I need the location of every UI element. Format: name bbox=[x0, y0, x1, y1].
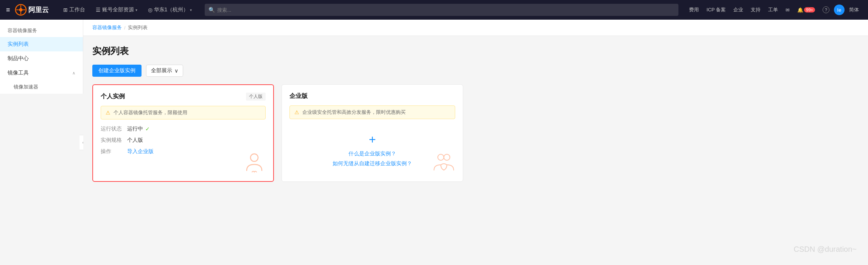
personal-card-header: 个人实例 个人版 bbox=[101, 93, 266, 101]
personal-notice: ⚠ 个人容器镜像托管服务，限额使用 bbox=[101, 106, 266, 119]
svg-point-3 bbox=[444, 154, 450, 160]
top-navigation: ≡ 阿里云 ⊞ 工作台 ☰ 账号全部资源 ▾ ◎ 华东1（杭州） ▾ 🔍 bbox=[0, 0, 868, 20]
enterprise-card-title: 企业版 bbox=[289, 92, 308, 100]
bell-icon: 🔔 bbox=[797, 7, 803, 13]
personal-notice-icon: ⚠ bbox=[106, 110, 110, 116]
ops-label: 操作 bbox=[101, 148, 127, 155]
question-icon: ? bbox=[823, 6, 829, 13]
menu-icon[interactable]: ≡ bbox=[6, 6, 10, 14]
show-all-dropdown[interactable]: 全部展示 ∨ bbox=[146, 65, 183, 77]
top-right-actions: 费用 ICP 备案 企业 支持 工单 ✉ 🔔 99+ ? Ie 简体 bbox=[686, 0, 862, 20]
breadcrumb-service[interactable]: 容器镜像服务 bbox=[92, 24, 122, 31]
sidebar-item-instance-label: 实例列表 bbox=[8, 41, 29, 48]
search-bar[interactable]: 🔍 bbox=[205, 4, 678, 16]
status-label: 运行状态 bbox=[101, 126, 127, 132]
personal-card-title: 个人实例 bbox=[101, 93, 125, 101]
support-link[interactable]: 支持 bbox=[748, 0, 764, 20]
dropdown-chevron-icon: ∨ bbox=[174, 68, 178, 74]
page-title: 实例列表 bbox=[92, 45, 859, 57]
sidebar-service-title: 容器镜像服务 bbox=[0, 23, 83, 37]
user-avatar[interactable]: Ie bbox=[834, 5, 845, 15]
language-switch[interactable]: 简体 bbox=[846, 0, 862, 20]
nav-account-label: 账号全部资源 bbox=[102, 6, 134, 13]
sidebar-item-product-center[interactable]: 制品中心 bbox=[0, 51, 83, 66]
account-icon: ☰ bbox=[96, 7, 101, 13]
enterprise-card-header: 企业版 bbox=[289, 92, 455, 100]
enterprise-notice: ⚠ 企业级安全托管和高效分发服务，限时优惠购买 bbox=[289, 105, 455, 119]
nav-workbench-label: 工作台 bbox=[69, 6, 85, 13]
enterprise-link[interactable]: 企业 bbox=[730, 0, 746, 20]
search-icon: 🔍 bbox=[208, 7, 215, 13]
nav-region-label: 华东1（杭州） bbox=[154, 6, 189, 13]
running-status-icon: ✓ bbox=[145, 126, 150, 132]
status-value: 运行中 ✓ bbox=[127, 126, 150, 132]
spec-label: 实例规格 bbox=[101, 137, 127, 144]
toolbar: 创建企业版实例 全部展示 ∨ bbox=[92, 65, 859, 77]
region-chevron-icon: ▾ bbox=[190, 8, 192, 12]
main-layout: 容器镜像服务 实例列表 制品中心 镜像工具 ∧ 镜像加速器 ‹ 容器镜像服务 / bbox=[0, 20, 868, 265]
personal-status-row: 运行状态 运行中 ✓ bbox=[101, 126, 266, 132]
sidebar-item-product-label: 制品中心 bbox=[8, 55, 29, 62]
sidebar-item-mirror-accelerator[interactable]: 镜像加速器 bbox=[0, 80, 83, 94]
workorder-link[interactable]: 工单 bbox=[765, 0, 781, 20]
nav-links: ⊞ 工作台 ☰ 账号全部资源 ▾ ◎ 华东1（杭州） ▾ bbox=[58, 0, 198, 20]
logo-text: 阿里云 bbox=[28, 5, 49, 14]
region-icon: ◎ bbox=[148, 7, 152, 13]
breadcrumb: 容器镜像服务 / 实例列表 bbox=[83, 20, 868, 36]
bell-button[interactable]: 🔔 99+ bbox=[794, 0, 818, 20]
sidebar-wrapper: 容器镜像服务 实例列表 制品中心 镜像工具 ∧ 镜像加速器 ‹ bbox=[0, 20, 83, 265]
import-enterprise-link[interactable]: 导入企业版 bbox=[127, 148, 154, 155]
logo[interactable]: 阿里云 bbox=[15, 4, 49, 16]
search-input[interactable] bbox=[217, 7, 675, 13]
cost-link[interactable]: 费用 bbox=[686, 0, 702, 20]
enterprise-notice-text: 企业级安全托管和高效分发服务，限时优惠购买 bbox=[302, 109, 406, 116]
svg-point-1 bbox=[250, 154, 258, 161]
account-chevron-icon: ▾ bbox=[135, 8, 137, 12]
breadcrumb-separator: / bbox=[124, 25, 126, 31]
enterprise-notice-icon: ⚠ bbox=[294, 109, 299, 115]
migrate-enterprise-link[interactable]: 如何无缝从自建迁移企业版实例？ bbox=[333, 160, 412, 167]
what-is-enterprise-link[interactable]: 什么是企业版实例？ bbox=[348, 150, 396, 157]
breadcrumb-current: 实例列表 bbox=[128, 24, 148, 31]
nav-workbench[interactable]: ⊞ 工作台 bbox=[58, 0, 90, 20]
personal-notice-text: 个人容器镜像托管服务，限额使用 bbox=[114, 109, 187, 116]
create-enterprise-button[interactable]: 创建企业版实例 bbox=[92, 65, 142, 77]
personal-avatar-illustration bbox=[243, 151, 266, 174]
main-content: 容器镜像服务 / 实例列表 实例列表 创建企业版实例 全部展示 ∨ 个人实例 bbox=[83, 20, 868, 265]
email-icon[interactable]: ✉ bbox=[782, 0, 793, 20]
personal-card-tag: 个人版 bbox=[246, 93, 266, 101]
page-body: 实例列表 创建企业版实例 全部展示 ∨ 个人实例 个人版 bbox=[83, 36, 868, 191]
personal-spec-row: 实例规格 个人版 bbox=[101, 137, 266, 144]
sidebar-item-instance-list[interactable]: 实例列表 bbox=[0, 37, 83, 51]
plus-icon: + bbox=[369, 133, 376, 147]
sidebar-item-mirror-tools[interactable]: 镜像工具 ∧ bbox=[0, 66, 83, 80]
nav-account[interactable]: ☰ 账号全部资源 ▾ bbox=[90, 0, 143, 20]
enterprise-card-body: + 什么是企业版实例？ 如何无缝从自建迁移企业版实例？ bbox=[289, 125, 455, 174]
sidebar-mirror-accelerator-label: 镜像加速器 bbox=[14, 84, 38, 90]
sidebar-mirror-tools-label: 镜像工具 bbox=[8, 70, 29, 76]
workbench-icon: ⊞ bbox=[63, 7, 68, 13]
notification-badge: 99+ bbox=[804, 7, 815, 12]
sidebar: 容器镜像服务 实例列表 制品中心 镜像工具 ∧ 镜像加速器 bbox=[0, 20, 83, 94]
nav-region[interactable]: ◎ 华东1（杭州） ▾ bbox=[143, 0, 198, 20]
cards-row: 个人实例 个人版 ⚠ 个人容器镜像托管服务，限额使用 运行状态 运行中 ✓ bbox=[92, 84, 859, 182]
enterprise-avatar-illustration bbox=[432, 151, 455, 174]
mirror-tools-chevron-icon: ∧ bbox=[72, 71, 75, 76]
dropdown-label: 全部展示 bbox=[151, 67, 172, 74]
icp-link[interactable]: ICP 备案 bbox=[703, 0, 729, 20]
svg-point-2 bbox=[438, 154, 444, 160]
enterprise-instance-card: 企业版 ⚠ 企业级安全托管和高效分发服务，限时优惠购买 + 什么是企业版实例？ … bbox=[282, 84, 463, 182]
personal-ops-row: 操作 导入企业版 bbox=[101, 148, 266, 155]
personal-instance-card: 个人实例 个人版 ⚠ 个人容器镜像托管服务，限额使用 运行状态 运行中 ✓ bbox=[92, 84, 274, 182]
help-button[interactable]: ? bbox=[820, 0, 832, 20]
spec-value: 个人版 bbox=[127, 137, 143, 144]
